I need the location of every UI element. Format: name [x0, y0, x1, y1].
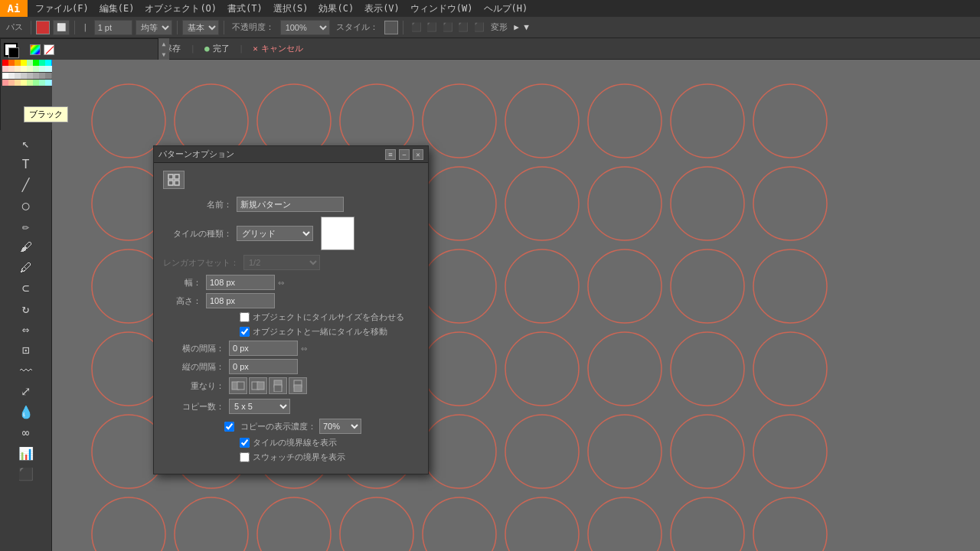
v-spacing-input[interactable]	[229, 359, 298, 374]
stroke-style-dropdown[interactable]: 均等	[136, 20, 172, 35]
dialog-collapse-btn[interactable]: −	[399, 149, 410, 160]
color-cell[interactable]	[33, 73, 39, 79]
color-cell[interactable]	[45, 80, 51, 86]
color-cell[interactable]	[27, 73, 33, 79]
menu-window[interactable]: ウィンドウ(W)	[406, 1, 478, 17]
overlap-top-front-btn[interactable]	[269, 377, 287, 394]
overlap-bottom-front-btn[interactable]	[289, 377, 307, 394]
color-cell[interactable]	[21, 60, 27, 66]
dialog-menu-btn[interactable]: ≡	[385, 149, 396, 160]
type-tool[interactable]: T	[8, 154, 44, 174]
cancel-btn[interactable]: ✕ キャンセル	[253, 43, 303, 54]
color-cell[interactable]	[39, 60, 45, 66]
artboard-tool[interactable]: ⬛	[8, 464, 44, 484]
color-cell[interactable]	[33, 66, 39, 72]
color-cell[interactable]	[15, 80, 21, 86]
color-cell[interactable]	[39, 73, 45, 79]
overlap-left-front-btn[interactable]	[229, 377, 247, 394]
line-tool[interactable]: ╱	[8, 174, 44, 194]
overlap-right-front-btn[interactable]	[249, 377, 267, 394]
brick-offset-select[interactable]: 1/2	[243, 255, 320, 270]
color-cell[interactable]	[8, 60, 15, 66]
svg-point-59	[753, 167, 827, 240]
name-input[interactable]	[237, 197, 344, 212]
svg-point-42	[505, 249, 579, 323]
gap-link-icon[interactable]: ⇔	[301, 342, 307, 354]
color-cell[interactable]	[2, 60, 8, 66]
blend-tool[interactable]: ∞	[8, 422, 44, 442]
ellipse-tool[interactable]: ○	[8, 195, 44, 215]
none-icon[interactable]	[44, 44, 54, 55]
style-color-swatch[interactable]	[384, 21, 398, 34]
color-cell[interactable]	[2, 80, 8, 86]
svg-point-40	[505, 84, 579, 158]
eyedropper-tool[interactable]: 💧	[8, 402, 44, 422]
color-cell[interactable]	[15, 60, 21, 66]
color-cell[interactable]	[39, 80, 45, 86]
color-cell[interactable]	[21, 80, 27, 86]
menu-effect[interactable]: 効果(C)	[314, 1, 358, 17]
blob-brush-tool[interactable]: 🖊	[8, 257, 44, 277]
show-swatch-edge-checkbox[interactable]	[240, 452, 250, 462]
stroke-type-dropdown[interactable]: 基本	[182, 20, 219, 35]
done-btn[interactable]: ● 完了	[204, 43, 230, 54]
menu-object[interactable]: オブジェクト(O)	[140, 1, 221, 17]
color-cell[interactable]	[45, 60, 51, 66]
color-cell[interactable]	[2, 73, 8, 79]
warp-tool[interactable]: 〰	[8, 360, 44, 380]
width-tool[interactable]: ⤢	[8, 381, 44, 401]
color-cell[interactable]	[27, 66, 33, 72]
color-cell[interactable]	[2, 66, 8, 72]
dialog-titlebar[interactable]: パターンオプション ≡ − ✕	[154, 146, 428, 163]
dialog-close-btn[interactable]: ✕	[413, 149, 423, 160]
link-width-height-icon[interactable]: ⇔	[278, 276, 284, 289]
color-cell[interactable]	[45, 66, 51, 72]
scroll-up-arrow[interactable]: ▲	[158, 38, 169, 49]
brush-tool[interactable]: 🖌	[8, 236, 44, 256]
menu-help[interactable]: ヘルプ(H)	[479, 1, 533, 17]
selection-tool[interactable]: ↖	[8, 133, 44, 153]
pencil-tool[interactable]: ✏	[8, 216, 44, 236]
lasso-tool[interactable]: ⊂	[8, 278, 44, 298]
color-cell[interactable]	[8, 73, 15, 79]
menu-view[interactable]: 表示(V)	[360, 1, 404, 17]
pattern-tile-tool-btn[interactable]	[163, 171, 185, 189]
color-cell[interactable]	[15, 66, 21, 72]
color-cell[interactable]	[33, 80, 39, 86]
stroke-color-swatch[interactable]	[36, 21, 50, 34]
dim-copies-checkbox[interactable]	[224, 422, 234, 432]
chart-tool[interactable]: 📊	[8, 443, 44, 463]
stroke-width-input[interactable]	[94, 20, 132, 35]
h-spacing-input[interactable]	[229, 341, 298, 356]
copies-select[interactable]: 5 x 5 3 x 3 7 x 7	[229, 399, 290, 414]
color-cell[interactable]	[45, 73, 51, 79]
scroll-down-arrow[interactable]: ▼	[158, 49, 169, 60]
tile-type-select[interactable]: グリッド レンガ(横) レンガ(縦) 六角形(縦) 六角形(横)	[237, 226, 313, 241]
fit-to-object-checkbox[interactable]	[240, 312, 250, 322]
fill-indicator[interactable]	[4, 43, 18, 57]
menu-select[interactable]: 選択(S)	[269, 1, 313, 17]
color-cell[interactable]	[21, 73, 27, 79]
gradient-icon[interactable]	[30, 44, 41, 55]
color-cell[interactable]	[39, 66, 45, 72]
opacity-dropdown[interactable]: 100%	[280, 20, 330, 35]
color-cell[interactable]	[8, 80, 15, 86]
transform-tool[interactable]: ⊡	[8, 340, 44, 360]
height-input[interactable]	[206, 293, 275, 308]
color-cell[interactable]	[21, 66, 27, 72]
color-cell[interactable]	[8, 66, 15, 72]
rotate-tool[interactable]: ↻	[8, 298, 44, 318]
menu-file[interactable]: ファイル(F)	[31, 1, 93, 17]
color-cell[interactable]	[15, 73, 21, 79]
mirror-tool[interactable]: ⇔	[8, 319, 44, 339]
menu-type[interactable]: 書式(T)	[223, 1, 267, 17]
color-cell[interactable]	[33, 60, 39, 66]
menu-edit[interactable]: 編集(E)	[95, 1, 139, 17]
color-cell[interactable]	[27, 80, 33, 86]
dim-copies-value-select[interactable]: 70% 50% 30%	[319, 419, 361, 434]
width-input[interactable]	[206, 275, 275, 290]
move-with-object-checkbox[interactable]	[240, 327, 250, 337]
stroke-type-icon[interactable]: ⬜	[53, 20, 70, 35]
show-tile-edge-checkbox[interactable]	[240, 438, 250, 448]
color-cell[interactable]	[27, 60, 33, 66]
